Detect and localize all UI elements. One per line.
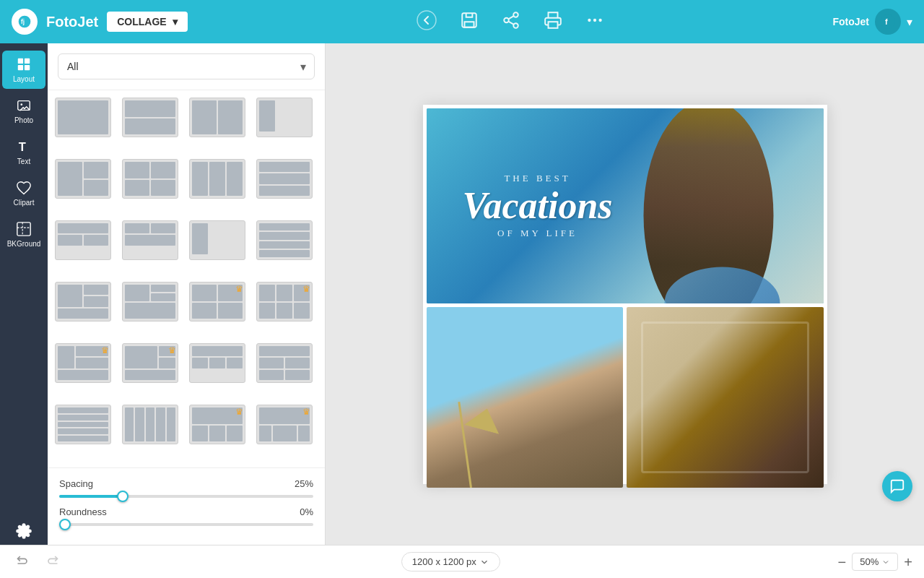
spacing-slider-wrap[interactable]	[59, 495, 313, 498]
topbar-center	[188, 10, 833, 34]
chat-bubble-button[interactable]	[882, 471, 912, 501]
chevron-down-icon: ▾	[173, 16, 178, 27]
svg-text:T: T	[19, 140, 26, 153]
icon-sidebar: Layout Photo T Text Clipart BKGround	[0, 43, 48, 545]
grass-stem	[458, 401, 472, 487]
size-selector[interactable]: 1200 x 1200 px	[401, 552, 500, 571]
box-outline	[641, 322, 809, 473]
undo-redo-controls	[12, 550, 64, 574]
svg-point-10	[598, 18, 601, 21]
user-dropdown-icon[interactable]: ▾	[907, 15, 912, 29]
collage-dropdown-button[interactable]: COLLAGE ▾	[107, 12, 187, 32]
sidebar-item-settings[interactable]	[2, 517, 45, 545]
svg-point-9	[593, 18, 596, 21]
zoom-display[interactable]: 50%	[852, 553, 898, 571]
layout-thumb-9[interactable]	[55, 220, 111, 260]
layout-thumb-3[interactable]	[189, 98, 245, 137]
more-button[interactable]	[585, 11, 604, 33]
roundness-row: Roundness 0%	[59, 506, 313, 517]
layout-thumb-6[interactable]	[122, 159, 178, 199]
roundness-slider-thumb[interactable]	[59, 519, 71, 530]
layout-thumb-4[interactable]	[256, 98, 313, 137]
layout-thumb-17[interactable]: ♛	[55, 343, 111, 383]
vacation-line1: THE BEST	[463, 173, 613, 184]
sidebar-item-background[interactable]: BKGround	[2, 215, 45, 254]
spacing-slider-thumb[interactable]	[117, 491, 128, 502]
spacing-slider-fill	[59, 495, 123, 498]
sidebar-item-clipart[interactable]: Clipart	[2, 174, 45, 212]
size-label: 1200 x 1200 px	[412, 556, 476, 567]
fotojet-user-label: FotoJet	[832, 16, 869, 27]
layout-thumb-18[interactable]: ♛	[122, 343, 178, 383]
layout-thumb-16[interactable]: ♛	[256, 282, 313, 322]
user-avatar[interactable]: f	[875, 9, 901, 35]
layout-thumb-5[interactable]	[55, 159, 111, 199]
sidebar-item-layout[interactable]: Layout	[2, 51, 45, 89]
zoom-in-button[interactable]: +	[904, 555, 912, 569]
collage-bottom-left-photo[interactable]	[427, 307, 624, 488]
svg-point-11	[881, 14, 895, 29]
save-button[interactable]	[460, 11, 479, 33]
chevron-down-icon-zoom	[881, 558, 890, 566]
svg-rect-20	[17, 223, 30, 236]
topbar-right: FotoJet f ▾	[832, 9, 912, 35]
layout-thumb-7[interactable]	[189, 159, 245, 199]
roundness-slider-track	[59, 523, 313, 526]
layout-thumb-23[interactable]: ♛	[189, 405, 245, 444]
layout-thumb-13[interactable]	[55, 282, 111, 322]
layout-thumb-14[interactable]	[122, 282, 178, 322]
logo-text: FotoJet	[46, 14, 98, 30]
svg-point-2	[417, 11, 436, 30]
layout-thumb-2[interactable]	[122, 98, 178, 137]
sidebar-item-photo[interactable]: Photo	[2, 92, 45, 130]
svg-rect-15	[18, 65, 23, 70]
layout-thumb-21[interactable]	[55, 405, 111, 444]
layout-thumb-15[interactable]: ♛	[189, 282, 245, 322]
svg-point-4	[513, 12, 518, 17]
logo-icon: fj	[12, 9, 38, 35]
roundness-slider-wrap[interactable]	[59, 523, 313, 526]
layout-thumb-22[interactable]	[122, 405, 178, 444]
grass-top	[463, 404, 504, 434]
layout-thumb-1[interactable]	[55, 98, 111, 137]
crown-badge-2: ♛	[302, 284, 310, 294]
cliff-image	[427, 307, 624, 488]
spacing-value: 25%	[295, 478, 313, 489]
collage-bottom-right-photo[interactable]	[627, 307, 824, 488]
back-button[interactable]	[417, 10, 437, 34]
svg-point-5	[504, 17, 509, 22]
sidebar-background-label: BKGround	[7, 240, 41, 248]
sidebar-item-text[interactable]: T Text	[2, 133, 45, 171]
layout-thumb-24[interactable]: ♛	[256, 405, 313, 444]
layout-thumb-10[interactable]	[122, 220, 178, 260]
share-button[interactable]	[502, 11, 520, 33]
layout-thumb-12[interactable]	[256, 220, 313, 260]
spacing-row: Spacing 25%	[59, 478, 313, 489]
filter-select[interactable]: All Basic 2 Photos 3 Photos 4 Photos 5 P…	[58, 53, 315, 79]
panel-bottom-controls: Spacing 25% Roundness 0%	[48, 467, 325, 545]
crown-badge-3: ♛	[101, 345, 109, 355]
vacation-line3: OF MY LIFE	[463, 228, 613, 239]
svg-rect-13	[18, 59, 23, 64]
layout-thumb-11[interactable]	[189, 220, 245, 260]
undo-button[interactable]	[12, 550, 35, 574]
print-button[interactable]	[544, 11, 562, 33]
sidebar-clipart-label: Clipart	[14, 199, 35, 207]
layout-thumb-20[interactable]	[256, 343, 313, 383]
canvas-wrapper: THE BEST Vacations OF MY LIFE	[423, 105, 827, 484]
crown-badge-6: ♛	[302, 407, 310, 417]
ocean-image: THE BEST Vacations OF MY LIFE	[427, 108, 824, 303]
zoom-out-button[interactable]: −	[838, 555, 847, 569]
roundness-label: Roundness	[59, 506, 107, 517]
layout-thumb-19[interactable]	[189, 343, 245, 383]
svg-rect-7	[548, 22, 557, 28]
svg-point-18	[20, 103, 22, 105]
sidebar-text-label: Text	[17, 158, 30, 165]
topbar-left: fj FotoJet COLLAGE ▾	[12, 9, 188, 35]
spacing-slider-track	[59, 495, 313, 498]
layout-thumb-8[interactable]	[256, 159, 313, 199]
svg-rect-16	[25, 65, 30, 70]
redo-button[interactable]	[40, 550, 64, 574]
donuts-image	[627, 307, 824, 488]
collage-top-photo[interactable]: THE BEST Vacations OF MY LIFE	[427, 108, 824, 303]
